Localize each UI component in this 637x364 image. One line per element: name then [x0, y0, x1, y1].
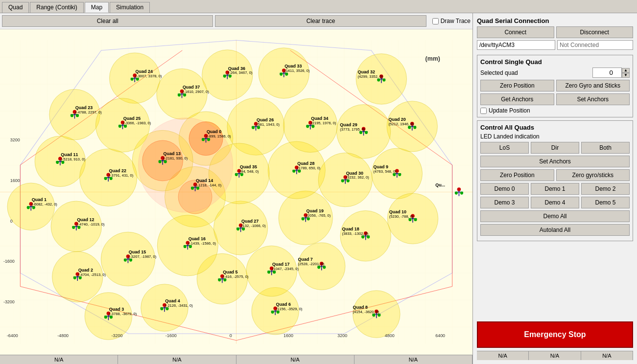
svg-point-362: [160, 307, 163, 310]
svg-text:Qu...: Qu...: [435, 182, 445, 187]
svg-point-397: [455, 191, 458, 194]
tab-map[interactable]: Map: [85, 2, 109, 13]
zero-all-row: Zero Position Zero gyro/sticks: [480, 169, 630, 181]
emergency-stop-button[interactable]: Emergency Stop: [477, 321, 633, 348]
los-button[interactable]: LoS: [480, 142, 529, 154]
svg-text:(5212, 1946, 0): (5212, 1946, 0): [389, 122, 414, 126]
svg-text:(4299, 3352, 0): (4299, 3352, 0): [358, 74, 383, 79]
map-canvas[interactable]: 3200 1600 0 -1600 -3200 -6400 -4800 -320…: [0, 29, 472, 355]
svg-point-320: [267, 271, 270, 273]
clear-trace-button[interactable]: Clear trace: [215, 15, 426, 27]
control-all-title: Control All Quads: [480, 124, 630, 131]
status-item-3: N/A: [236, 355, 354, 364]
set-anchors-all-button[interactable]: Set Anchors: [480, 156, 630, 167]
panel-status-1: N/A: [477, 351, 529, 360]
svg-point-278: [341, 180, 344, 182]
zero-position-all-button[interactable]: Zero Position: [480, 169, 554, 181]
clear-all-button[interactable]: Clear all: [2, 15, 213, 27]
svg-text:Quad 17: Quad 17: [272, 262, 289, 267]
connect-button[interactable]: Connect: [477, 26, 554, 38]
panel-status-3: N/A: [581, 351, 633, 360]
svg-text:(-4740, -1019, 0): (-4740, -1019, 0): [77, 222, 105, 227]
demo-all-button[interactable]: Demo All: [480, 210, 630, 222]
svg-text:Quad 3: Quad 3: [109, 307, 124, 312]
svg-point-201: [131, 78, 134, 81]
selected-quad-label: Selected quad: [480, 69, 590, 76]
status-item-1: N/A: [0, 355, 118, 364]
demo-row-1: Demo 0 Demo 1 Demo 2: [480, 183, 630, 195]
svg-text:3200: 3200: [10, 137, 20, 142]
svg-text:(-4788, 2297, 0): (-4788, 2297, 0): [75, 110, 102, 114]
disconnect-button[interactable]: Disconnect: [556, 26, 634, 38]
set-anchors-single-button[interactable]: Set Anchors: [556, 93, 630, 105]
demo0-button[interactable]: Demo 0: [480, 183, 529, 195]
svg-text:Quad 2: Quad 2: [78, 268, 93, 273]
map-status-bar: N/A N/A N/A N/A: [0, 355, 472, 364]
serial-status: Not Connected: [557, 40, 633, 50]
tab-range[interactable]: Range (Contiki): [30, 2, 83, 13]
svg-text:Quad 24: Quad 24: [136, 69, 153, 74]
get-anchors-button[interactable]: Get Anchors: [480, 93, 554, 105]
selected-quad-input[interactable]: [592, 68, 622, 78]
svg-text:(3232, 362, 0): (3232, 362, 0): [346, 175, 370, 180]
svg-text:3200: 3200: [337, 333, 347, 338]
draw-trace-container: Draw Trace: [432, 18, 471, 24]
selected-quad-spinbox: ▲ ▼: [592, 68, 630, 78]
tab-quad[interactable]: Quad: [2, 2, 29, 13]
svg-point-376: [73, 276, 76, 279]
dir-button[interactable]: Dir: [531, 142, 579, 154]
svg-text:-6400: -6400: [7, 333, 18, 338]
status-item-4: N/A: [354, 355, 472, 364]
zero-gyro-button[interactable]: Zero Gyro and Sticks: [556, 80, 630, 91]
both-button[interactable]: Both: [581, 142, 630, 154]
svg-point-208: [178, 93, 181, 96]
svg-point-293: [414, 218, 417, 221]
svg-text:1600: 1600: [283, 333, 293, 338]
draw-trace-checkbox[interactable]: [432, 18, 439, 24]
demo4-button[interactable]: Demo 4: [531, 197, 579, 208]
svg-text:(-416, -2575, 0): (-416, -2575, 0): [223, 274, 249, 279]
svg-text:(-2126, -3431, 0): (-2126, -3431, 0): [165, 303, 193, 308]
control-single-section: Control Single Quad Selected quad ▲ ▼ Ze…: [477, 55, 633, 117]
demo-row-2: Demo 3 Demo 4 Demo 5: [480, 197, 630, 208]
svg-point-369: [104, 316, 107, 318]
svg-text:(3833, -1302, 0): (3833, -1302, 0): [342, 231, 368, 236]
demo3-button[interactable]: Demo 3: [480, 197, 529, 208]
map-toolbar: Clear all Clear trace Draw Trace: [0, 13, 472, 29]
svg-text:(-1439, -1586, 0): (-1439, -1586, 0): [189, 241, 216, 246]
demo5-button[interactable]: Demo 5: [581, 197, 630, 208]
led-buttons: LoS Dir Both: [480, 142, 630, 154]
svg-text:(-1610, 2907, 0): (-1610, 2907, 0): [183, 90, 209, 94]
demo1-button[interactable]: Demo 1: [531, 183, 579, 195]
svg-text:Quad 29: Quad 29: [340, 122, 357, 127]
autoland-all-button[interactable]: Autoland All: [480, 224, 630, 236]
svg-text:Quad 23: Quad 23: [75, 105, 93, 110]
svg-point-390: [27, 206, 30, 209]
zero-position-button[interactable]: Zero Position: [480, 80, 554, 91]
spin-down-button[interactable]: ▼: [622, 73, 630, 78]
svg-point-152: [159, 160, 162, 163]
svg-point-145: [202, 138, 205, 141]
svg-text:Quad 10: Quad 10: [389, 209, 406, 214]
update-position-checkbox[interactable]: [480, 108, 487, 114]
svg-text:-3200: -3200: [111, 333, 122, 338]
serial-port-input[interactable]: [477, 40, 555, 50]
svg-text:Quad 4: Quad 4: [165, 298, 180, 303]
status-item-2: N/A: [118, 355, 236, 364]
svg-point-271: [302, 217, 305, 220]
tab-simulation[interactable]: Simulation: [110, 2, 150, 13]
svg-text:1600: 1600: [10, 178, 20, 183]
svg-text:(-2181, 930, 0): (-2181, 930, 0): [164, 156, 188, 160]
spin-up-button[interactable]: ▲: [622, 68, 630, 73]
svg-point-251: [413, 126, 416, 129]
svg-text:Quad 19: Quad 19: [307, 208, 324, 213]
svg-text:Quad 20: Quad 20: [389, 117, 406, 122]
control-all-section: Control All Quads LED Landed indication …: [477, 120, 633, 241]
zero-gyrosticks-button[interactable]: Zero gyro/sticks: [556, 169, 630, 181]
serial-port-row: Not Connected: [477, 40, 633, 50]
svg-text:(-3788, -3679, 0): (-3788, -3679, 0): [109, 312, 137, 316]
demo2-button[interactable]: Demo 2: [581, 183, 630, 195]
serial-title: Quad Serial Connection: [477, 17, 633, 24]
svg-text:Quad 6: Quad 6: [276, 302, 291, 307]
svg-text:(-3007, 3378, 0): (-3007, 3378, 0): [136, 74, 162, 78]
